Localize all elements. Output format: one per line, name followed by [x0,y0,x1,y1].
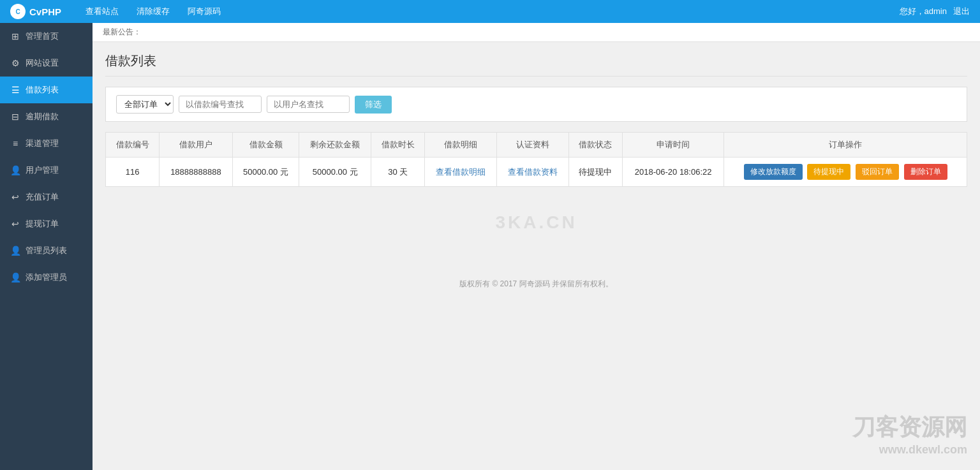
list-icon: ☰ [10,85,20,95]
cell-loan-amount: 50000.00 元 [232,158,299,187]
btn-modify-limit[interactable]: 修改放款额度 [744,164,803,180]
col-loan-id: 借款编号 [106,133,160,158]
sidebar-label-site-settings: 网站设置 [26,57,59,69]
sidebar-label-withdraw-orders: 提现订单 [26,218,59,230]
loan-number-input[interactable] [179,96,262,113]
watermark: 3KA.CN [105,187,967,246]
top-nav-right: 您好，admin 退出 [900,6,970,17]
sidebar-label-loan-list: 借款列表 [26,84,59,96]
menu-aq-source[interactable]: 阿奇源码 [179,0,230,23]
channel-icon: ≡ [10,138,20,149]
btn-delete-order[interactable]: 删除订单 [904,164,947,180]
top-nav-left: C CvPHP 查看站点 清除缓存 阿奇源码 [10,0,230,23]
col-loan-duration: 借款时长 [371,133,425,158]
user-greeting: 您好，admin [900,6,947,17]
cell-actions: 修改放款额度 待提现中 驳回订单 删除订单 [724,158,967,187]
order-type-select[interactable]: 全部订单 [116,95,174,114]
sidebar-item-admin-list[interactable]: 👤 管理员列表 [0,237,93,264]
username-input[interactable] [267,96,350,113]
sidebar-item-loan-list[interactable]: ☰ 借款列表 [0,77,93,103]
sidebar-item-dashboard[interactable]: ⊞ 管理首页 [0,23,93,50]
col-cert-info: 认证资料 [497,133,569,158]
page-title: 借款列表 [105,52,967,77]
announce-label: 最新公告： [103,27,141,36]
sidebar-item-add-admin[interactable]: 👤 添加管理员 [0,264,93,291]
cell-cert-info: 查看借款资料 [497,158,569,187]
sidebar-label-user-mgmt: 用户管理 [26,165,59,176]
cell-loan-id: 116 [106,158,160,187]
user-icon: 👤 [10,165,20,175]
main-content: 最新公告： 借款列表 全部订单 筛选 借款编号 借款用户 借款金额 剩余还款金 [93,23,980,470]
col-actions: 订单操作 [724,133,967,158]
layout: ⊞ 管理首页 ⚙ 网站设置 ☰ 借款列表 ⊟ 逾期借款 ≡ 渠道管理 👤 用户管… [0,23,980,470]
menu-view-site[interactable]: 查看站点 [77,0,128,23]
sidebar-label-recharge-orders: 充值订单 [26,191,59,203]
sidebar-label-dashboard: 管理首页 [26,31,59,42]
footer: 版权所有 © 2017 阿奇源码 并保留所有权利。 [93,268,980,300]
sidebar-item-user-mgmt[interactable]: 👤 用户管理 [0,157,93,184]
sidebar-label-overdue-loans: 逾期借款 [26,111,59,122]
menu-clear-cache[interactable]: 清除缓存 [128,0,179,23]
announce-bar: 最新公告： [93,23,980,42]
overdue-icon: ⊟ [10,112,20,122]
sidebar-label-add-admin: 添加管理员 [26,272,67,283]
logo-text: CvPHP [29,6,61,17]
cell-loan-user: 18888888888 [160,158,232,187]
gear-icon: ⚙ [10,58,20,68]
table-row: 116 18888888888 50000.00 元 50000.00 元 30… [106,158,967,187]
col-loan-user: 借款用户 [160,133,232,158]
home-icon: ⊞ [10,31,20,41]
col-loan-detail: 借款明细 [425,133,497,158]
table-head: 借款编号 借款用户 借款金额 剩余还款金额 借款时长 借款明细 认证资料 借款状… [106,133,967,158]
cell-remaining-amount: 50000.00 元 [299,158,371,187]
sidebar: ⊞ 管理首页 ⚙ 网站设置 ☰ 借款列表 ⊟ 逾期借款 ≡ 渠道管理 👤 用户管… [0,23,93,470]
recharge-icon: ↩ [10,192,20,202]
footer-text: 版权所有 © 2017 阿奇源码 并保留所有权利。 [459,279,613,288]
col-loan-status: 借款状态 [568,133,622,158]
sidebar-item-withdraw-orders[interactable]: ↩ 提现订单 [0,210,93,237]
cell-loan-status: 待提现中 [568,158,622,187]
filter-button[interactable]: 筛选 [355,96,392,114]
top-nav-menu: 查看站点 清除缓存 阿奇源码 [77,0,230,23]
logo-icon: C [10,4,26,19]
sidebar-label-channel-mgmt: 渠道管理 [26,138,59,149]
logo: C CvPHP [10,4,61,19]
add-admin-icon: 👤 [10,272,20,283]
cert-link[interactable]: 查看借款资料 [508,167,558,177]
admin-list-icon: 👤 [10,246,20,256]
cell-loan-detail: 查看借款明细 [425,158,497,187]
btn-pending-withdraw[interactable]: 待提现中 [807,164,850,180]
detail-link[interactable]: 查看借款明细 [436,167,486,177]
sidebar-item-overdue-loans[interactable]: ⊟ 逾期借款 [0,103,93,130]
loan-table: 借款编号 借款用户 借款金额 剩余还款金额 借款时长 借款明细 认证资料 借款状… [105,132,967,187]
btn-reject-order[interactable]: 驳回订单 [856,164,899,180]
col-loan-amount: 借款金额 [232,133,299,158]
table-body: 116 18888888888 50000.00 元 50000.00 元 30… [106,158,967,187]
col-remaining-amount: 剩余还款金额 [299,133,371,158]
filter-bar: 全部订单 筛选 [105,87,967,122]
sidebar-item-recharge-orders[interactable]: ↩ 充值订单 [0,184,93,210]
sidebar-label-admin-list: 管理员列表 [26,245,67,256]
logout-link[interactable]: 退出 [953,6,970,17]
content-area: 借款列表 全部订单 筛选 借款编号 借款用户 借款金额 剩余还款金额 借款时长 [93,42,980,256]
table-header-row: 借款编号 借款用户 借款金额 剩余还款金额 借款时长 借款明细 认证资料 借款状… [106,133,967,158]
col-apply-time: 申请时间 [622,133,724,158]
sidebar-item-site-settings[interactable]: ⚙ 网站设置 [0,50,93,77]
top-nav: C CvPHP 查看站点 清除缓存 阿奇源码 您好，admin 退出 [0,0,980,23]
cell-apply-time: 2018-06-20 18:06:22 [622,158,724,187]
withdraw-icon: ↩ [10,219,20,229]
sidebar-item-channel-mgmt[interactable]: ≡ 渠道管理 [0,130,93,157]
cell-loan-duration: 30 天 [371,158,425,187]
